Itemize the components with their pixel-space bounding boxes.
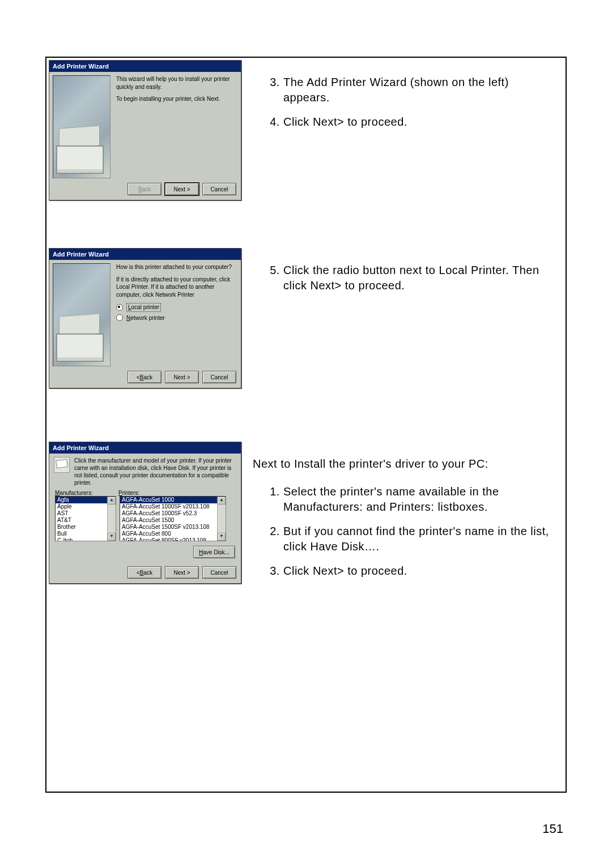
list-item[interactable]: AGFA-AccuSet 1000	[120, 497, 226, 503]
dialog-text: This wizard will help you to install you…	[116, 75, 236, 179]
cancel-button[interactable]: Cancel	[202, 371, 236, 383]
printers-listbox[interactable]: AGFA-AccuSet 1000 AGFA-AccuSet 1000SF v2…	[120, 496, 226, 541]
scrollbar[interactable]: ▲ ▼	[217, 497, 226, 541]
radio-network-printer[interactable]: Network printer	[116, 314, 236, 322]
have-disk-button[interactable]: Have Disk...	[193, 546, 235, 558]
next-button[interactable]: Next >	[165, 371, 199, 383]
scroll-down-icon[interactable]: ▼	[108, 533, 116, 541]
radio-network-label: Network printer	[126, 314, 165, 322]
back-button[interactable]: < Back	[128, 371, 162, 383]
list-item[interactable]: AGFA-AccuSet 800SF v2013.108	[120, 537, 226, 541]
right-col-1: The Add Printer Wizard (shown on the lef…	[245, 58, 566, 139]
dialog-buttons: < Back Next > Cancel	[49, 367, 241, 388]
instruction-list-3: Select the printer's name available in t…	[267, 484, 554, 579]
scrollbar[interactable]: ▲ ▼	[107, 497, 116, 541]
scroll-down-icon[interactable]: ▼	[218, 533, 226, 541]
page-number: 151	[542, 822, 563, 836]
dialog-titlebar: Add Printer Wizard	[49, 442, 241, 454]
left-col-3: Add Printer Wizard Click the manufacture…	[46, 439, 245, 584]
dialog-buttons: Back Next > Cancel	[49, 179, 241, 200]
cancel-button[interactable]: Cancel	[202, 566, 236, 579]
next-button[interactable]: Next >	[165, 183, 199, 195]
spacer	[46, 200, 566, 246]
cancel-button[interactable]: Cancel	[202, 183, 236, 195]
dialog-select-driver: Add Printer Wizard Click the manufacture…	[49, 442, 241, 584]
dialog-titlebar: Add Printer Wizard	[49, 249, 241, 260]
radio-icon	[116, 304, 123, 311]
dialog-titlebar: Add Printer Wizard	[49, 61, 241, 72]
list-item[interactable]: AGFA-AccuSet 800	[120, 531, 226, 537]
list-item[interactable]: AGFA-AccuSet 1000SF v52.3	[120, 510, 226, 517]
next-button[interactable]: Next >	[165, 566, 199, 579]
back-button[interactable]: < Back	[128, 566, 162, 579]
connection-hint: If it is directly attached to your compu…	[116, 276, 236, 299]
dialog-body: How is this printer attached to your com…	[49, 260, 241, 367]
instruction-5: Click the radio button next to Local Pri…	[283, 263, 554, 293]
list-item[interactable]: AGFA-AccuSet 1000SF v2013.108	[120, 503, 226, 510]
scroll-up-icon[interactable]: ▲	[108, 497, 116, 504]
dialog-buttons: < Back Next > Cancel	[49, 563, 241, 583]
instruction-4: Click Next> to proceed.	[283, 114, 554, 130]
list-labels: Manufacturers: Printers:	[49, 488, 241, 496]
have-disk-row: Have Disk...	[49, 544, 241, 563]
radio-local-printer[interactable]: Local printer	[116, 303, 236, 312]
right-col-2: Click the radio button next to Local Pri…	[245, 246, 566, 302]
instruction-3: The Add Printer Wizard (shown on the lef…	[283, 75, 554, 105]
list-row: Agfa Apple AST AT&T Brother Bull C-Itoh …	[49, 496, 241, 544]
row-step2: Add Printer Wizard How is this printer a…	[46, 246, 566, 388]
driver-desc-row: Click the manufacturer and model of your…	[49, 454, 241, 488]
row-step1: Add Printer Wizard This wizard will help…	[46, 58, 566, 200]
intro-line2: To begin installing your printer, click …	[116, 95, 236, 103]
printer-icon	[54, 457, 70, 473]
radio-icon	[116, 314, 123, 321]
dialog-connection-type: Add Printer Wizard How is this printer a…	[49, 248, 241, 388]
right-col-3: Next to Install the printer's driver to …	[245, 439, 566, 588]
left-col-1: Add Printer Wizard This wizard will help…	[46, 58, 245, 200]
spacer	[46, 388, 566, 439]
printer-illustration	[53, 75, 110, 178]
left-col-2: Add Printer Wizard How is this printer a…	[46, 246, 245, 388]
dialog-text: How is this printer attached to your com…	[116, 263, 236, 367]
instruction-d1: Select the printer's name available in t…	[283, 484, 554, 515]
list-item[interactable]: AGFA-AccuSet 1500SF v2013.108	[120, 524, 226, 531]
manufacturers-listbox[interactable]: Agfa Apple AST AT&T Brother Bull C-Itoh …	[55, 496, 116, 541]
dialog-wizard-intro: Add Printer Wizard This wizard will help…	[49, 60, 241, 200]
instruction-d3: Click Next> to proceed.	[283, 563, 554, 579]
intro-line1: This wizard will help you to install you…	[116, 75, 236, 91]
label-manufacturers: Manufacturers:	[55, 490, 118, 496]
list-item[interactable]: AGFA-AccuSet 1500	[120, 517, 226, 524]
connection-question: How is this printer attached to your com…	[116, 263, 236, 271]
instruction-list-1: The Add Printer Wizard (shown on the lef…	[267, 75, 554, 130]
radio-local-label: Local printer	[126, 303, 161, 312]
row-step3: Add Printer Wizard Click the manufacture…	[46, 439, 566, 588]
driver-intro: Next to Install the printer's driver to …	[253, 456, 554, 472]
instruction-list-2: Click the radio button next to Local Pri…	[267, 263, 554, 293]
instruction-d2: But if you cannot find the printer's nam…	[283, 524, 554, 554]
dialog-body: This wizard will help you to install you…	[49, 72, 241, 179]
printer-illustration	[53, 263, 110, 366]
scroll-up-icon[interactable]: ▲	[218, 497, 226, 504]
driver-description: Click the manufacturer and model of your…	[74, 457, 236, 486]
label-printers: Printers:	[118, 490, 139, 496]
page-frame: Add Printer Wizard This wizard will help…	[45, 57, 567, 793]
back-button: Back	[128, 183, 162, 195]
